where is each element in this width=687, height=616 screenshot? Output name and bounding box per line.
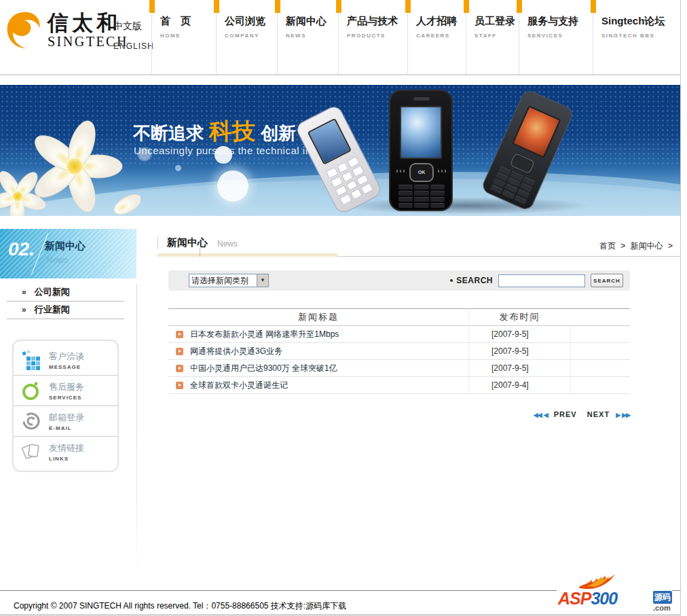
main-nav: 首 页 HOME 公司浏览 COMPANY 新闻中心 NEWS 产品与技术 PR…	[151, 0, 681, 74]
chevron-right-icon: »	[22, 287, 26, 297]
glow-circle	[217, 170, 248, 202]
news-title-link[interactable]: 全球首款双卡小灵通诞生记	[190, 380, 468, 391]
nav-item-careers[interactable]: 人才招聘 CAREERS	[407, 0, 466, 74]
news-date: [2007-9-4]	[468, 377, 570, 393]
breadcrumb: 首页 > 新闻中心 >	[599, 240, 675, 252]
next-page-icon[interactable]: ▶	[616, 412, 620, 418]
news-title-link[interactable]: 日本发布新款小灵通 网络速率升至1Mbps	[190, 329, 468, 340]
next-button[interactable]: NEXT	[587, 410, 610, 418]
news-bullet-icon	[176, 365, 183, 372]
nav-item-bbs[interactable]: Singtech论坛 SINGTECH BBS	[593, 0, 681, 74]
sidebar-subtitle: News	[46, 255, 69, 265]
search-input[interactable]	[498, 274, 585, 287]
news-date: [2007-9-5]	[468, 360, 570, 376]
badge-side-text: 源码 .com	[653, 590, 672, 612]
flame-icon	[574, 571, 622, 590]
news-category-value: 请选择新闻类别	[189, 274, 257, 287]
service-item-message[interactable]: 客户洽谈 MESSAGE	[14, 345, 117, 375]
breadcrumb-current[interactable]: 新闻中心	[631, 241, 663, 251]
nav-item-news[interactable]: 新闻中心 NEWS	[277, 0, 338, 74]
tab-underline	[157, 253, 337, 257]
column-header-date: 发布时间	[468, 311, 570, 323]
prev-button[interactable]: PREV	[554, 410, 577, 418]
mail-swirl-icon	[20, 410, 42, 432]
sidebar-item-industry-news[interactable]: »行业新闻	[0, 302, 136, 319]
white-phone-image	[294, 104, 383, 216]
news-date: [2007-9-5]	[468, 326, 570, 342]
main-content: 新闻中心 News 首页 > 新闻中心 > 请选择新闻类别 ▼ SEARCH S…	[157, 234, 681, 418]
table-row: 全球首款双卡小灵通诞生记 [2007-9-4]	[168, 377, 630, 394]
tab-news-sub: News	[217, 239, 238, 249]
news-bullet-icon	[176, 348, 183, 355]
breadcrumb-home[interactable]: 首页	[599, 241, 616, 251]
sidebar-item-company-news[interactable]: »公司新闻	[0, 284, 136, 302]
sidebar-divider	[136, 284, 137, 575]
news-category-select[interactable]: 请选择新闻类别 ▼	[189, 274, 269, 287]
sidebar-menu: »公司新闻 »行业新闻	[0, 284, 136, 319]
news-date: [2007-9-5]	[468, 343, 570, 359]
section-number: 02.	[8, 238, 35, 260]
search-label: SEARCH	[456, 276, 493, 285]
sidebar-services-box: 客户洽谈 MESSAGE 售后服务 SERVICES	[12, 340, 119, 472]
chat-grid-icon	[20, 349, 42, 371]
pagination: ◀◀ ◀ PREV NEXT ▶ ▶▶	[168, 410, 630, 418]
bullet-dot-icon	[450, 279, 453, 282]
singtech-swirl-icon	[4, 10, 45, 52]
service-item-services[interactable]: 售后服务 SERVICES	[14, 375, 117, 405]
banner-slogan: 不断追求科技创新	[133, 116, 296, 147]
news-table-header: 新闻标题 发布时间	[168, 308, 630, 326]
glow-circle	[175, 165, 181, 171]
copyright-text: Copyright © 2007 SINGTECH All rights res…	[14, 600, 346, 612]
logo[interactable]: 信太和 SINGTECH	[4, 10, 128, 52]
news-table: 新闻标题 发布时间 日本发布新款小灵通 网络速率升至1Mbps [2007-9-…	[168, 308, 630, 394]
column-header-title: 新闻标题	[168, 311, 468, 323]
tab-tick	[200, 249, 200, 257]
nav-item-products[interactable]: 产品与技术 PRODUCTS	[338, 0, 407, 74]
tab-news-center[interactable]: 新闻中心	[157, 236, 208, 249]
page: 信太和 SINGTECH 中文版 ENGLISH 首 页 HOME 公司浏览 C…	[0, 0, 681, 616]
service-item-links[interactable]: 友情链接 LINKS	[14, 436, 117, 467]
search-bar: 请选择新闻类别 ▼ SEARCH SEARCH	[168, 270, 630, 291]
lang-english-link[interactable]: ENGLISH	[113, 41, 154, 51]
chevron-right-icon: »	[22, 305, 26, 314]
news-bullet-icon	[176, 382, 183, 389]
search-button[interactable]: SEARCH	[591, 274, 623, 287]
service-item-email[interactable]: 邮箱登录 E-MAIL	[14, 405, 117, 436]
chevron-down-icon[interactable]: ▼	[257, 274, 268, 287]
first-page-icon[interactable]: ◀◀	[534, 412, 542, 418]
flower-image	[0, 117, 141, 216]
hero-banner: 不断追求科技创新 Unceasingly pursues the technic…	[0, 85, 681, 216]
service-ring-icon	[20, 380, 42, 401]
sidebar-title: 新闻中心	[45, 240, 86, 253]
links-cards-icon	[20, 441, 42, 463]
dark-phone-image	[480, 88, 575, 212]
news-title-link[interactable]: 中国小灵通用户已达9300万 全球突破1亿	[190, 363, 468, 374]
nav-item-staff[interactable]: 员工登录 STAFF	[466, 0, 519, 74]
prev-page-icon[interactable]: ◀	[544, 412, 548, 418]
nav-item-services[interactable]: 服务与支持 SERVICES	[519, 0, 593, 74]
nav-item-company[interactable]: 公司浏览 COMPANY	[216, 0, 277, 74]
lang-chinese-link[interactable]: 中文版	[113, 20, 154, 33]
phones-image: OK	[302, 85, 628, 216]
table-row: 中国小灵通用户已达9300万 全球突破1亿 [2007-9-5]	[168, 360, 630, 377]
table-row: 日本发布新款小灵通 网络速率升至1Mbps [2007-9-5]	[168, 326, 630, 343]
badge-wordmark: ASP300	[558, 589, 617, 609]
asp300-badge[interactable]: ASP300 源码 .com	[557, 574, 672, 612]
content-tabbar: 新闻中心 News 首页 > 新闻中心 >	[157, 234, 681, 257]
last-page-icon[interactable]: ▶▶	[622, 412, 630, 418]
nav-item-home[interactable]: 首 页 HOME	[151, 0, 216, 74]
table-row: 网通将提供小灵通3G业务 [2007-9-5]	[168, 343, 630, 360]
language-switcher: 中文版 ENGLISH	[113, 20, 154, 51]
news-title-link[interactable]: 网通将提供小灵通3G业务	[190, 346, 468, 357]
header: 信太和 SINGTECH 中文版 ENGLISH 首 页 HOME 公司浏览 C…	[0, 0, 681, 75]
phones-shadow	[339, 197, 591, 215]
news-bullet-icon	[176, 331, 183, 338]
sidebar-section-header: 02. 新闻中心 News	[0, 229, 136, 278]
black-phone-image: OK	[389, 90, 453, 211]
